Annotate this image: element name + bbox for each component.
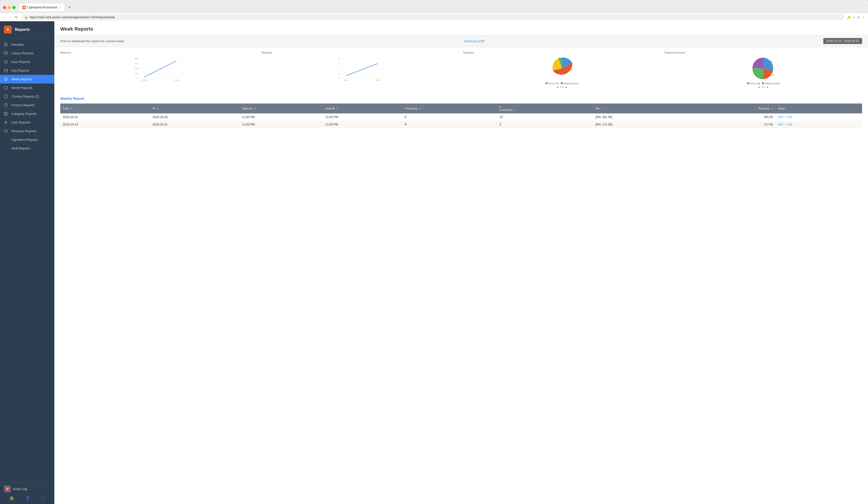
cell-receipts-0: 8 xyxy=(402,113,497,121)
store-badge: M xyxy=(6,487,9,491)
col-customers[interactable]: #Customers ⇕ xyxy=(497,103,593,113)
svg-point-22 xyxy=(5,121,7,123)
payment-amount-prev-btn[interactable]: ◄ xyxy=(757,86,761,89)
tab-close-button[interactable]: × xyxy=(60,6,61,9)
col-ends-at[interactable]: Ends At ⇕ xyxy=(323,103,402,113)
sidebar-item-hour-label: Hour Reports xyxy=(11,60,30,64)
maximize-window-button[interactable] xyxy=(12,6,16,9)
payment-next-btn[interactable]: ► xyxy=(565,86,568,89)
close-window-button[interactable] xyxy=(3,6,6,9)
week-icon xyxy=(4,77,8,81)
cell-action-0: PDF / CSV xyxy=(775,113,862,121)
payment-pie: 20% 33.3% 20% Put on Tab Paid by invoice xyxy=(463,56,661,89)
sidebar-item-closing[interactable]: Closing Reports (Z) xyxy=(0,92,54,101)
svg-text:300: 300 xyxy=(135,62,138,65)
charts-section: Revenue 400 300 200 100 0 xyxy=(54,47,868,93)
app-logo xyxy=(4,26,12,34)
profile-icon[interactable]: E xyxy=(858,16,860,19)
payment-amount-chart: Payment Amount 28.6% 21.7% 24.1% xyxy=(665,51,862,89)
browser-tab[interactable]: Lightspeed Restaurant × xyxy=(20,3,64,11)
address-bar[interactable]: 🔒 https://nae2-web.posios.com/management… xyxy=(21,14,844,20)
csv-link-0[interactable]: CSV xyxy=(787,116,793,119)
table-body: 2018-10-21 2018-10-28 11:00 PM 11:00 PM … xyxy=(60,113,862,128)
sidebar-item-receipts[interactable]: Receipts xyxy=(0,40,54,49)
sidebar-item-day-label: Day Reports xyxy=(11,69,29,72)
col-revenue[interactable]: Revenue ⇕ xyxy=(690,103,775,113)
svg-rect-16 xyxy=(4,95,7,98)
cell-revenue-1: 117.50 xyxy=(690,121,775,128)
sidebar-item-month[interactable]: Month Reports xyxy=(0,83,54,92)
col-action: Action xyxy=(775,103,862,113)
minimize-window-button[interactable] xyxy=(8,6,11,9)
col-tax[interactable]: Tax ⇕ xyxy=(593,103,690,113)
col-starts-at[interactable]: Starts At ⇕ xyxy=(240,103,323,113)
sidebar-item-category[interactable]: Category Reports xyxy=(0,110,54,118)
svg-text:200: 200 xyxy=(135,68,138,70)
col-from[interactable]: From ⇕ xyxy=(60,103,150,113)
tab-title: Lightspeed Restaurant xyxy=(28,6,57,9)
notifications-icon[interactable]: 🔔 xyxy=(8,495,16,502)
receipts-icon xyxy=(4,43,8,47)
sidebar-item-week[interactable]: Week Reports xyxy=(0,75,54,83)
day-icon xyxy=(4,69,8,72)
sidebar-item-closing-label: Closing Reports (Z) xyxy=(11,95,39,98)
pdf-link-1[interactable]: PDF xyxy=(778,123,783,126)
revenue-chart-title: Revenue xyxy=(60,51,258,54)
profile-bottom-icon[interactable]: 👤 xyxy=(23,495,32,502)
summary-pdf-link[interactable]: Summary PDF xyxy=(464,39,485,43)
svg-point-14 xyxy=(4,78,8,81)
csv-link-1[interactable]: CSV xyxy=(787,123,793,126)
sidebar-item-product[interactable]: Product Reports xyxy=(0,101,54,110)
sidebar-item-day[interactable]: Day Reports xyxy=(0,66,54,75)
sidebar-header: Reports xyxy=(0,21,54,38)
sidebar-item-ingredient[interactable]: Ingredient Reports xyxy=(0,135,54,144)
sidebar-item-labour[interactable]: Labour Reports xyxy=(0,49,54,58)
svg-text:9: 9 xyxy=(338,58,340,60)
forward-button[interactable]: › xyxy=(9,14,12,20)
svg-rect-17 xyxy=(4,104,7,106)
report-controls: Print or download the report for current… xyxy=(54,35,868,47)
cell-revenue-0: 361.50 xyxy=(690,113,775,121)
svg-text:33.3%: 33.3% xyxy=(568,68,573,70)
col-receipts[interactable]: # Receipts ⇕ xyxy=(402,103,497,113)
menu-icon[interactable]: ⋮ xyxy=(862,16,865,19)
table-row: 2018-10-14 2018-10-21 11:00 PM 11:00 PM … xyxy=(60,121,862,128)
store-info[interactable]: M Sushi City xyxy=(4,485,50,492)
cell-starts-at-0: 11:00 PM xyxy=(240,113,323,121)
sidebar-footer: M Sushi City 🔔 👤 ⬚ xyxy=(0,482,54,504)
svg-rect-20 xyxy=(4,114,6,115)
col-action-label: Action xyxy=(778,107,785,110)
new-tab-button[interactable]: + xyxy=(66,5,73,10)
sort-receipts-icon: ⇕ xyxy=(419,107,421,110)
payment-amount-next-btn[interactable]: ► xyxy=(766,86,769,89)
sidebar-item-shift[interactable]: Shift Reports xyxy=(0,144,54,153)
pdf-link-0[interactable]: PDF xyxy=(778,116,783,119)
svg-text:10/21: 10/21 xyxy=(174,79,179,81)
sort-customers-icon: ⇕ xyxy=(514,109,516,111)
svg-text:20%: 20% xyxy=(554,71,558,72)
sidebar-item-category-label: Category Reports xyxy=(11,112,37,116)
back-button[interactable]: ‹ xyxy=(3,14,6,20)
sidebar-title: Reports xyxy=(15,28,30,32)
sidebar-item-revenue[interactable]: ? Revenue Reports xyxy=(0,127,54,135)
sidebar-item-user[interactable]: User Reports xyxy=(0,118,54,127)
svg-rect-12 xyxy=(4,69,8,72)
payment-prev-btn[interactable]: ◄ xyxy=(556,86,559,89)
key-icon[interactable]: 🔑 xyxy=(847,16,851,19)
refresh-button[interactable]: ↻ xyxy=(14,14,19,20)
svg-text:10/14: 10/14 xyxy=(343,79,348,81)
date-range-badge: 2018-10-15 - 2018-10-22 xyxy=(823,38,862,44)
logout-icon[interactable]: ⬚ xyxy=(39,495,47,502)
cell-ends-at-0: 11:00 PM xyxy=(323,113,402,121)
weekly-report-section: Weekly Report From ⇕ To ⇕ Starts At xyxy=(54,93,868,132)
sidebar-item-month-label: Month Reports xyxy=(11,86,32,90)
svg-rect-15 xyxy=(4,86,8,89)
col-customers-label: #Customers xyxy=(499,105,513,111)
col-to[interactable]: To ⇕ xyxy=(150,103,240,113)
svg-text:?: ? xyxy=(6,130,7,132)
table-header-row: From ⇕ To ⇕ Starts At ⇕ Ends At xyxy=(60,103,862,113)
url-text: https://nae2-web.posios.com/management/e… xyxy=(29,16,841,19)
sidebar-item-hour[interactable]: Hour Reports xyxy=(0,58,54,66)
bookmark-icon[interactable]: ☆ xyxy=(853,16,856,19)
sidebar-bottom-icons: 🔔 👤 ⬚ xyxy=(4,492,50,503)
